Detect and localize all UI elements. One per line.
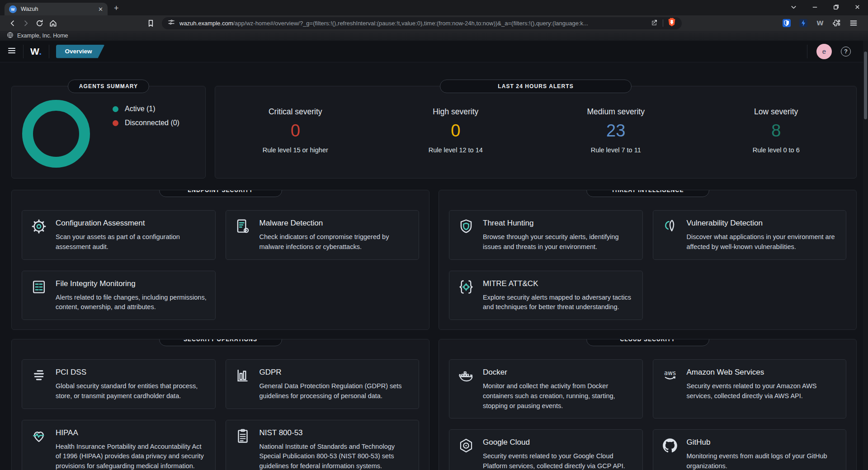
stat-value[interactable]: 8: [696, 121, 857, 141]
card-title[interactable]: Amazon Web Services: [687, 368, 838, 377]
configuration-assessment-icon: [30, 218, 48, 252]
browser-toolbar: wazuh.example.com/app/wz-home#/overview/…: [0, 15, 868, 31]
card-docker[interactable]: Docker Monitor and collect the activity …: [449, 359, 643, 418]
stat-value[interactable]: 23: [536, 121, 696, 141]
window-minimize-button[interactable]: [811, 4, 818, 12]
svg-text:W: W: [816, 19, 823, 27]
card-configuration-assessment[interactable]: Configuration Assessment Scan your asset…: [22, 210, 216, 260]
home-button[interactable]: [46, 19, 60, 28]
overview-tab[interactable]: Overview: [56, 45, 105, 58]
bitwarden-extension-icon[interactable]: [782, 19, 791, 28]
app-header: W. Overview e ?: [0, 41, 868, 62]
card-malware-detection[interactable]: Malware Detection Check indicators of co…: [226, 210, 420, 260]
wazuh-logo[interactable]: W.: [30, 46, 42, 57]
card-google-cloud[interactable]: Google Cloud Security events related to …: [449, 429, 643, 470]
stat-low: Low severity 8 Rule level 0 to 6: [696, 107, 857, 154]
page-scrollbar[interactable]: [863, 41, 868, 470]
card-github[interactable]: GitHub Monitoring events from audit logs…: [653, 429, 847, 470]
card-desc: Scan your assets as part of a configurat…: [56, 232, 207, 252]
aws-icon: aws: [661, 367, 679, 411]
vulnerability-detection-icon: [661, 218, 679, 252]
tab-close-icon[interactable]: ✕: [98, 6, 103, 13]
bookmarks-bar: Example, Inc. Home: [0, 31, 868, 41]
nist-800-53-icon: [234, 428, 252, 470]
user-avatar[interactable]: e: [816, 44, 832, 59]
scrollbar-thumb[interactable]: [864, 52, 867, 119]
header-divider: [23, 45, 24, 58]
card-pci-dss[interactable]: PCI DSS Global security standard for ent…: [22, 359, 216, 409]
agents-summary-panel: AGENTS SUMMARY Active (1) Disconnected (…: [11, 86, 206, 179]
brave-shield-icon[interactable]: [668, 18, 676, 28]
new-tab-button[interactable]: +: [114, 4, 119, 13]
url-bar[interactable]: wazuh.example.com/app/wz-home#/overview/…: [162, 17, 682, 29]
card-hipaa[interactable]: HIPAA Health Insurance Portability and A…: [22, 420, 216, 470]
extensions-puzzle-icon[interactable]: [832, 19, 841, 28]
tab-title: Wazuh: [21, 6, 94, 12]
agents-summary-title: AGENTS SUMMARY: [68, 80, 149, 93]
back-button[interactable]: [5, 19, 19, 28]
agents-donut-chart[interactable]: [22, 100, 90, 168]
bookmark-icon[interactable]: [144, 19, 157, 28]
card-desc: National Institute of Standards and Tech…: [259, 442, 411, 470]
window-close-button[interactable]: [854, 4, 861, 12]
window-restore-button[interactable]: [833, 4, 840, 12]
card-title[interactable]: PCI DSS: [56, 368, 207, 377]
stat-sub: Rule level 12 to 14: [376, 146, 536, 154]
card-gdpr[interactable]: GDPR General Data Protection Regulation …: [226, 359, 420, 409]
card-desc: Health Insurance Portability and Account…: [56, 442, 207, 470]
dashboard-content: AGENTS SUMMARY Active (1) Disconnected (…: [0, 86, 868, 470]
card-title[interactable]: MITRE ATT&CK: [483, 279, 634, 288]
disconnected-dot: [113, 120, 118, 126]
url-bar-divider: [663, 19, 663, 27]
docker-icon: [458, 367, 476, 411]
browser-tab[interactable]: w Wazuh ✕: [5, 3, 108, 15]
alerts-panel-title: LAST 24 HOURS ALERTS: [440, 80, 632, 93]
card-threat-hunting[interactable]: Threat Hunting Browse through your secur…: [449, 210, 643, 260]
card-title[interactable]: Vulnerability Detection: [687, 219, 838, 228]
wazuh-extension-icon[interactable]: W: [816, 19, 825, 28]
forward-button[interactable]: [19, 19, 33, 28]
gdpr-icon: [234, 367, 252, 401]
tab-search-icon[interactable]: [790, 4, 797, 12]
card-nist-800-53[interactable]: NIST 800-53 National Institute of Standa…: [226, 420, 420, 470]
stat-sub: Rule level 0 to 6: [696, 146, 857, 154]
url-domain: wazuh.example.com: [179, 20, 233, 27]
card-title[interactable]: Docker: [483, 368, 634, 377]
github-icon: [661, 437, 679, 470]
card-title[interactable]: GDPR: [259, 368, 411, 377]
card-desc: Global security standard for entities th…: [56, 381, 207, 401]
lightning-extension-icon[interactable]: [799, 19, 808, 28]
stat-sub: Rule level 7 to 11: [536, 146, 696, 154]
card-mitre-attack[interactable]: MITRE ATT&CK Explore security alerts map…: [449, 271, 643, 320]
card-title[interactable]: NIST 800-53: [259, 428, 411, 437]
browser-menu-icon[interactable]: [849, 19, 858, 28]
stat-critical: Critical severity 0 Rule level 15 or hig…: [215, 107, 376, 154]
site-settings-icon[interactable]: [168, 19, 175, 28]
card-vulnerability-detection[interactable]: Vulnerability Detection Discover what ap…: [653, 210, 847, 260]
card-title[interactable]: Google Cloud: [483, 438, 634, 447]
card-title[interactable]: Configuration Assessment: [56, 219, 207, 228]
stat-medium: Medium severity 23 Rule level 7 to 11: [536, 107, 696, 154]
card-title[interactable]: Malware Detection: [259, 219, 411, 228]
url-text: wazuh.example.com/app/wz-home#/overview/…: [179, 20, 646, 27]
cloud-security-title: CLOUD SECURITY: [586, 339, 709, 346]
endpoint-security-panel: ENDPOINT SECURITY Configuration Assessme…: [11, 190, 429, 330]
help-icon[interactable]: ?: [841, 47, 851, 56]
legend-item-active[interactable]: Active (1): [113, 103, 179, 114]
app-menu-icon[interactable]: [7, 46, 16, 57]
stat-value[interactable]: 0: [376, 121, 536, 141]
card-title[interactable]: File Integrity Monitoring: [56, 279, 207, 288]
card-desc: General Data Protection Regulation (GDPR…: [259, 381, 411, 401]
stat-value[interactable]: 0: [215, 121, 376, 141]
card-title[interactable]: Threat Hunting: [483, 219, 634, 228]
card-title[interactable]: GitHub: [687, 438, 838, 447]
active-dot: [113, 106, 118, 112]
reload-button[interactable]: [33, 19, 46, 28]
share-icon[interactable]: [651, 19, 658, 28]
card-amazon-web-services[interactable]: aws Amazon Web Services Security events …: [653, 359, 847, 418]
card-file-integrity-monitoring[interactable]: File Integrity Monitoring Alerts related…: [22, 271, 216, 320]
legend-item-disconnected[interactable]: Disconnected (0): [113, 118, 179, 128]
bookmark-item[interactable]: Example, Inc. Home: [17, 33, 68, 39]
google-cloud-icon: [458, 437, 476, 470]
card-title[interactable]: HIPAA: [56, 428, 207, 437]
